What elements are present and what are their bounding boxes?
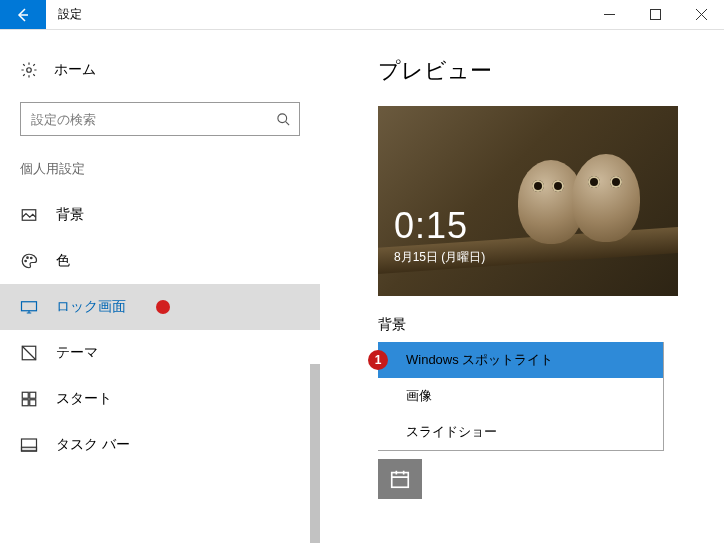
gear-icon	[20, 61, 38, 79]
lockscreen-icon	[20, 298, 38, 316]
sidebar-item-themes[interactable]: テーマ	[0, 330, 320, 376]
svg-point-1	[27, 68, 32, 73]
minimize-button[interactable]	[586, 0, 632, 29]
svg-rect-15	[392, 473, 409, 488]
svg-rect-0	[650, 10, 660, 20]
background-dropdown[interactable]: 1 Windows スポットライト 画像 スライドショー	[378, 342, 664, 451]
sidebar-item-label: ロック画面	[56, 298, 126, 316]
sidebar-item-label: タスク バー	[56, 436, 130, 454]
start-icon	[20, 390, 38, 408]
sidebar: ホーム 個人用設定 背景 色	[0, 30, 320, 543]
dropdown-option-label: Windows スポットライト	[406, 351, 553, 369]
annotation-dot	[156, 300, 170, 314]
palette-icon	[20, 252, 38, 270]
scrollbar-thumb[interactable]	[310, 364, 320, 543]
close-button[interactable]	[678, 0, 724, 29]
preview-time: 0:15	[394, 205, 485, 247]
annotation-badge: 1	[368, 350, 388, 370]
home-button[interactable]: ホーム	[20, 52, 300, 88]
svg-rect-11	[22, 400, 28, 406]
sidebar-item-start[interactable]: スタート	[0, 376, 320, 422]
home-label: ホーム	[54, 61, 96, 79]
sidebar-item-lockscreen[interactable]: ロック画面	[0, 284, 320, 330]
sidebar-item-background[interactable]: 背景	[0, 192, 320, 238]
search-field[interactable]	[20, 102, 300, 136]
minimize-icon	[604, 9, 615, 20]
nav-list: 背景 色 ロック画面 テーマ スタート	[0, 192, 320, 468]
maximize-button[interactable]	[632, 0, 678, 29]
dropdown-option-label: スライドショー	[406, 423, 497, 441]
search-input[interactable]	[31, 112, 276, 127]
back-button[interactable]	[0, 0, 46, 29]
sidebar-item-colors[interactable]: 色	[0, 238, 320, 284]
svg-point-4	[25, 260, 27, 262]
sidebar-item-label: 背景	[56, 206, 84, 224]
sidebar-item-taskbar[interactable]: タスク バー	[0, 422, 320, 468]
maximize-icon	[650, 9, 661, 20]
search-icon	[276, 112, 291, 127]
svg-rect-9	[22, 392, 28, 398]
theme-icon	[20, 344, 38, 362]
category-label: 個人用設定	[20, 160, 300, 178]
sidebar-item-label: スタート	[56, 390, 112, 408]
svg-point-2	[278, 113, 287, 122]
lockscreen-preview: 0:15 8月15日 (月曜日)	[378, 106, 678, 296]
taskbar-icon	[20, 436, 38, 454]
calendar-icon	[389, 468, 411, 490]
lockscreen-app-tile[interactable]	[378, 459, 422, 499]
sidebar-item-label: 色	[56, 252, 70, 270]
close-icon	[696, 9, 707, 20]
sidebar-item-label: テーマ	[56, 344, 98, 362]
detail-pane: プレビュー 0:15 8月15日 (月曜日) 背景 1 Windows スポット…	[320, 30, 724, 543]
dropdown-option-slideshow[interactable]: スライドショー	[378, 414, 663, 450]
svg-point-5	[27, 257, 29, 259]
dropdown-option-label: 画像	[406, 387, 432, 405]
svg-rect-14	[22, 447, 37, 451]
page-title: プレビュー	[378, 56, 704, 86]
svg-rect-10	[30, 392, 36, 398]
sidebar-scrollbar[interactable]	[310, 364, 320, 543]
window-title: 設定	[46, 0, 586, 29]
picture-icon	[20, 206, 38, 224]
svg-rect-7	[22, 302, 37, 311]
preview-date: 8月15日 (月曜日)	[394, 249, 485, 266]
svg-rect-12	[30, 400, 36, 406]
title-bar: 設定	[0, 0, 724, 30]
dropdown-option-spotlight[interactable]: 1 Windows スポットライト	[378, 342, 663, 378]
arrow-left-icon	[15, 7, 31, 23]
dropdown-option-picture[interactable]: 画像	[378, 378, 663, 414]
background-label: 背景	[378, 316, 704, 334]
svg-point-6	[31, 257, 33, 259]
